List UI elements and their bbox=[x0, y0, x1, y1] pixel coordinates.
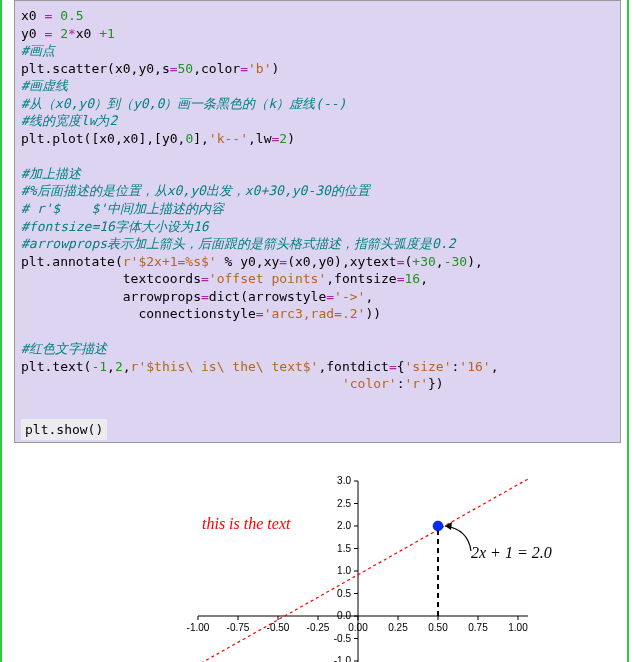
annotation-text: 2x + 1 = 2.0 bbox=[471, 544, 552, 561]
svg-text:1.00: 1.00 bbox=[508, 622, 528, 633]
show-line: plt.show() bbox=[21, 419, 107, 441]
svg-text:-0.75: -0.75 bbox=[226, 622, 249, 633]
svg-text:1.5: 1.5 bbox=[337, 543, 351, 554]
comment: #红色文字描述 bbox=[21, 341, 107, 356]
svg-text:0.00: 0.00 bbox=[348, 622, 368, 633]
svg-text:0.5: 0.5 bbox=[337, 588, 351, 599]
svg-text:0.50: 0.50 bbox=[428, 622, 448, 633]
svg-text:0.25: 0.25 bbox=[388, 622, 408, 633]
svg-text:-0.25: -0.25 bbox=[306, 622, 329, 633]
svg-text:2.5: 2.5 bbox=[337, 498, 351, 509]
chart: -1.00 -0.75 -0.50 -0.25 0.00 0.25 0.50 0… bbox=[73, 451, 563, 662]
comment: # r'$ $'中间加上描述的内容 bbox=[21, 201, 224, 216]
annotation-arrow bbox=[445, 526, 471, 551]
svg-text:2.0: 2.0 bbox=[337, 520, 351, 531]
comment: #%后面描述的是位置，从x0,y0出发，x0+30,y0-30的位置 bbox=[21, 183, 370, 198]
comment: #fontsize=16字体大小设为16 bbox=[21, 219, 209, 234]
comment: #画点 bbox=[21, 43, 55, 58]
svg-text:3.0: 3.0 bbox=[337, 475, 351, 486]
x-ticks: -1.00 -0.75 -0.50 -0.25 0.00 0.25 0.50 0… bbox=[186, 616, 528, 633]
code-block: x0 = 0.5 y0 = 2*x0 +1 #画点 plt.scatter(x0… bbox=[14, 0, 621, 443]
red-text-annotation: this is the text bbox=[202, 515, 291, 532]
line-series bbox=[180, 479, 528, 662]
svg-text:-1.0: -1.0 bbox=[333, 655, 351, 662]
svg-text:0.75: 0.75 bbox=[468, 622, 488, 633]
comment: #加上描述 bbox=[21, 166, 81, 181]
comment: #arrowprops表示加上箭头，后面跟的是箭头格式描述，指箭头弧度是0.2 bbox=[21, 236, 456, 251]
code-text: x0 bbox=[21, 8, 44, 23]
svg-text:-1.00: -1.00 bbox=[186, 622, 209, 633]
comment: #从（x0,y0）到（y0,0）画一条黑色的（k）虚线(--) bbox=[21, 96, 346, 111]
y-ticks: -1.0 -0.5 0.0 0.5 1.0 1.5 2.0 2.5 3.0 bbox=[333, 475, 357, 662]
svg-text:0.0: 0.0 bbox=[337, 610, 351, 621]
svg-text:-0.5: -0.5 bbox=[333, 633, 351, 644]
scatter-point bbox=[433, 521, 443, 531]
comment: #画虚线 bbox=[21, 78, 68, 93]
svg-text:1.0: 1.0 bbox=[337, 565, 351, 576]
comment: #线的宽度lw为2 bbox=[21, 113, 117, 128]
